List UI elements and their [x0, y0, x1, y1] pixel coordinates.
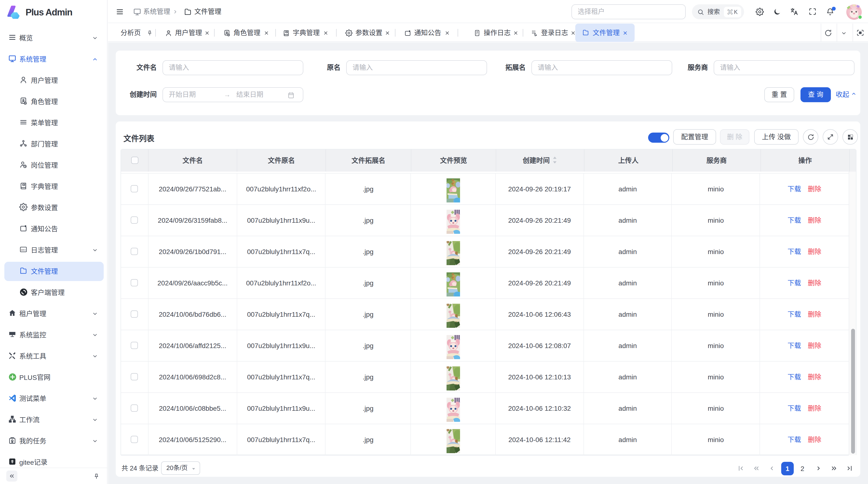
svg-text:DEV: DEV: [21, 249, 26, 251]
